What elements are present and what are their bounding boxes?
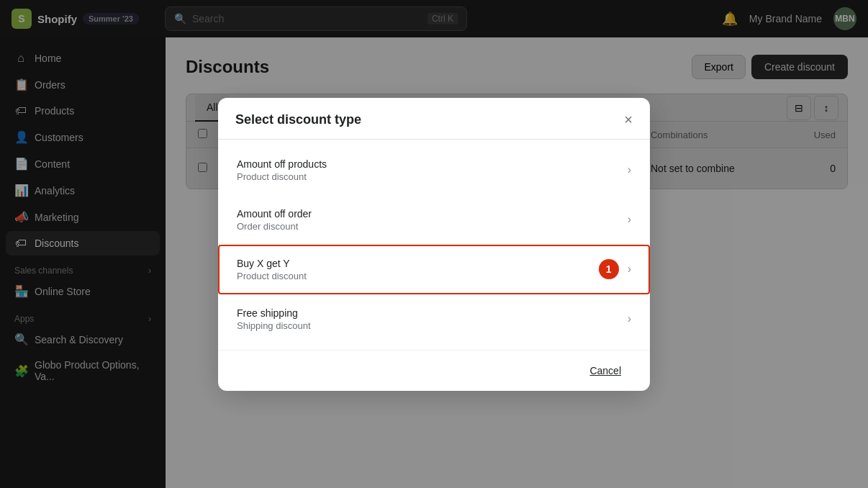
option-title: Amount off products — [237, 158, 327, 170]
option-sub: Product discount — [237, 271, 307, 281]
option-sub: Order discount — [237, 221, 312, 232]
discount-option-amount-off-products[interactable]: Amount off products Product discount › — [218, 145, 650, 195]
modal-header: Select discount type × — [218, 98, 650, 140]
chevron-right-icon: › — [628, 312, 631, 325]
option-badge-number: 1 — [599, 259, 619, 279]
option-sub: Shipping discount — [237, 320, 311, 331]
option-title: Free shipping — [237, 307, 311, 319]
modal-close-button[interactable]: × — [624, 112, 633, 127]
chevron-right-icon: › — [628, 213, 631, 226]
option-sub: Product discount — [237, 171, 327, 182]
chevron-right-icon: › — [628, 163, 631, 176]
modal-body: Amount off products Product discount › A… — [218, 140, 650, 350]
option-title: Buy X get Y — [237, 258, 307, 269]
option-title: Amount off order — [237, 208, 312, 220]
modal-footer: Cancel — [218, 350, 650, 391]
discount-option-free-shipping[interactable]: Free shipping Shipping discount › — [218, 294, 650, 344]
chevron-right-icon: › — [628, 263, 631, 276]
cancel-button[interactable]: Cancel — [578, 359, 633, 382]
modal-overlay[interactable]: Select discount type × Amount off produc… — [0, 0, 868, 488]
modal-title: Select discount type — [235, 112, 361, 127]
select-discount-type-modal: Select discount type × Amount off produc… — [218, 98, 650, 391]
discount-option-amount-off-order[interactable]: Amount off order Order discount › — [218, 195, 650, 245]
discount-option-buy-x-get-y[interactable]: Buy X get Y Product discount 1 › — [218, 245, 650, 294]
